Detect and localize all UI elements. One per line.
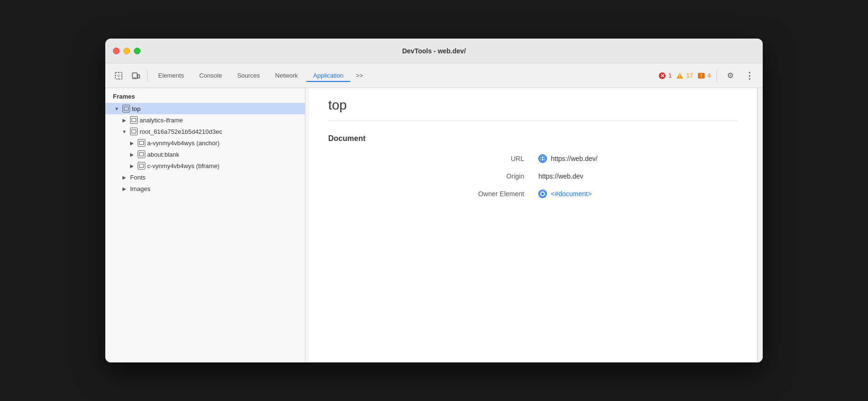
error-count: 1 [668, 72, 672, 79]
sidebar-item-top[interactable]: top [105, 103, 305, 114]
warning-badge[interactable]: ! 17 [676, 71, 693, 80]
svg-rect-4 [138, 75, 140, 78]
tab-application[interactable]: Application [306, 69, 350, 82]
info-badge[interactable]: ! 4 [697, 71, 711, 80]
content-panel: top Document URL https://web.dev/ [309, 88, 757, 362]
tab-network[interactable]: Network [269, 69, 305, 82]
url-text: https://web.dev/ [551, 155, 597, 162]
tab-sources[interactable]: Sources [231, 69, 267, 82]
content-scrollbar[interactable] [757, 88, 763, 362]
traffic-lights [113, 48, 141, 54]
more-tabs-button[interactable]: >> [352, 70, 367, 81]
origin-label: Origin [338, 172, 524, 180]
arrow-about-blank[interactable] [128, 150, 136, 158]
minimize-button[interactable] [123, 48, 130, 54]
origin-value: https://web.dev [538, 172, 738, 180]
inspect-element-button[interactable] [111, 68, 126, 83]
doc-icon [538, 190, 547, 198]
sidebar-label-c-vynmy: c-vynmy4vb4wys (bframe) [147, 162, 220, 170]
arrow-analytics[interactable] [121, 116, 128, 124]
toolbar-separator-2 [717, 70, 717, 81]
arrow-images[interactable] [121, 185, 128, 192]
svg-rect-0 [115, 72, 122, 79]
error-badge[interactable]: ✕ 1 [658, 71, 672, 80]
arrow-top[interactable] [113, 105, 121, 112]
info-table: URL https://web.dev/ Origin https://web.… [338, 154, 738, 198]
toolbar-separator-1 [147, 70, 148, 81]
section-document: Document [328, 134, 738, 143]
sidebar-label-fonts: Fonts [130, 174, 146, 181]
sidebar-label-analytics: analytics-iframe [140, 117, 183, 124]
settings-button[interactable]: ⚙ [723, 68, 738, 83]
content-title: top [328, 98, 738, 121]
sidebar-item-a-vynmy[interactable]: a-vynmy4vb4wys (anchor) [105, 137, 305, 149]
arrow-c-vynmy[interactable] [128, 162, 136, 170]
url-value: https://web.dev/ [538, 154, 738, 163]
title-bar: DevTools - web.dev/ [105, 39, 763, 63]
devtools-window: DevTools - web.dev/ Elements Console Sou… [105, 39, 763, 362]
more-vert-icon: ⋮ [745, 70, 754, 81]
warning-count: 17 [686, 72, 693, 79]
frame-icon-c-vynmy [138, 162, 145, 170]
url-icon [538, 154, 547, 163]
sidebar: Frames top analytics-iframe root_616 [105, 88, 305, 362]
toolbar-right: ✕ 1 ! 17 ! [654, 68, 757, 83]
owner-element-text[interactable]: <#document> [551, 190, 592, 198]
sidebar-label-top: top [132, 105, 141, 112]
frame-icon-about-blank [138, 150, 145, 158]
svg-text:✕: ✕ [660, 73, 665, 79]
url-label: URL [338, 155, 524, 162]
window-title: DevTools - web.dev/ [402, 47, 466, 55]
sidebar-item-fonts[interactable]: Fonts [105, 171, 305, 183]
sidebar-item-images[interactable]: Images [105, 183, 305, 194]
sidebar-label-images: Images [130, 185, 151, 192]
sidebar-item-c-vynmy[interactable]: c-vynmy4vb4wys (bframe) [105, 160, 305, 171]
frame-icon-root [130, 128, 138, 135]
settings-icon: ⚙ [727, 71, 734, 80]
sidebar-item-about-blank[interactable]: about:blank [105, 149, 305, 160]
device-toolbar-button[interactable] [128, 68, 143, 83]
maximize-button[interactable] [134, 48, 141, 54]
main-area: Frames top analytics-iframe root_616 [105, 88, 763, 362]
close-button[interactable] [113, 48, 120, 54]
origin-text: https://web.dev [538, 172, 583, 180]
arrow-root[interactable] [121, 128, 128, 135]
more-options-button[interactable]: ⋮ [742, 68, 757, 83]
owner-element-label: Owner Element [338, 190, 524, 198]
resize-handle[interactable] [305, 88, 309, 362]
error-icon: ✕ [658, 71, 666, 80]
sidebar-item-root[interactable]: root_616a752e1b5d4210d3ec [105, 126, 305, 137]
sidebar-label-root: root_616a752e1b5d4210d3ec [140, 128, 222, 135]
tab-elements[interactable]: Elements [151, 69, 191, 82]
svg-text:!: ! [679, 74, 681, 79]
owner-element-value[interactable]: <#document> [538, 190, 738, 198]
arrow-a-vynmy[interactable] [128, 139, 136, 147]
frame-icon-analytics [130, 116, 138, 124]
tab-console[interactable]: Console [192, 69, 229, 82]
sidebar-item-analytics-iframe[interactable]: analytics-iframe [105, 114, 305, 126]
info-icon: ! [697, 71, 706, 80]
frames-section-header: Frames [105, 88, 305, 103]
frame-icon-top [122, 105, 130, 112]
frame-icon-a-vynmy [138, 139, 145, 147]
info-count: 4 [707, 72, 711, 79]
arrow-fonts[interactable] [121, 173, 128, 181]
sidebar-label-about-blank: about:blank [147, 151, 179, 158]
sidebar-label-a-vynmy: a-vynmy4vb4wys (anchor) [147, 140, 220, 147]
toolbar: Elements Console Sources Network Applica… [105, 63, 763, 88]
svg-text:!: ! [700, 73, 702, 79]
warning-icon: ! [676, 71, 684, 80]
